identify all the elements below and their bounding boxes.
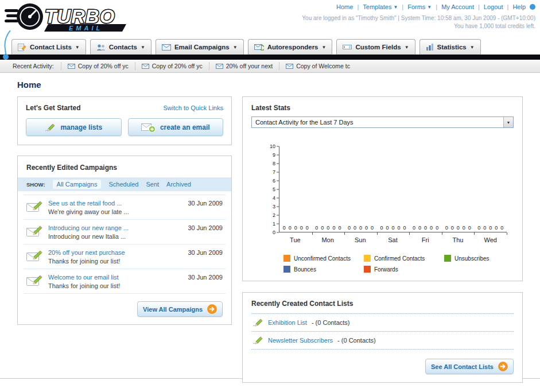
see-all-contact-lists-button[interactable]: See All Contact Lists xyxy=(425,359,514,374)
contact-list-link[interactable]: Newsletter Subscribers xyxy=(268,337,333,344)
campaign-subtitle: We're giving away our late ... xyxy=(48,208,129,215)
campaign-row[interactable]: Introducing our new range ... Introducin… xyxy=(24,220,226,244)
envelope-pencil-icon xyxy=(26,200,44,214)
nav-divider-bar xyxy=(0,55,540,60)
envelope-pencil-icon xyxy=(26,274,44,288)
tab-email-campaigns[interactable]: Email Campaigns ▼ xyxy=(156,39,244,55)
chevron-down-icon: ▼ xyxy=(322,45,327,50)
help-bubble-icon[interactable] xyxy=(530,4,535,10)
logo-drop-decoration xyxy=(2,30,13,60)
contact-list-count: - (0 Contacts) xyxy=(337,337,376,344)
login-info: You are logged in as "Timothy Smith" | S… xyxy=(302,15,535,21)
recent-activity-item[interactable]: Copy of 20% off yc xyxy=(135,62,209,70)
campaign-tab-sent[interactable]: Sent xyxy=(146,181,159,188)
envelope-icon xyxy=(286,64,293,69)
chevron-down-icon: ▼ xyxy=(141,45,145,50)
chart-x-label: Fri xyxy=(409,232,442,243)
recent-activity-item[interactable]: Copy of 20% off yc xyxy=(61,62,135,70)
tab-contact-lists[interactable]: Contact Lists ▼ xyxy=(11,39,86,55)
create-email-button[interactable]: create an email xyxy=(128,118,224,136)
contact-list-link[interactable]: Exhibition List xyxy=(268,319,307,326)
main-navigation: Contact Lists ▼ Contacts ▼ Email Campaig… xyxy=(0,38,540,55)
chart-bar-group: 00000 xyxy=(312,146,345,232)
campaign-subtitle: Thanks for joining our list! xyxy=(48,258,120,265)
turbo-email-logo: TURBO EMAIL xyxy=(5,2,154,33)
campaign-title-link[interactable]: Welcome to our email list xyxy=(48,274,183,281)
tab-custom-fields[interactable]: Custom Fields ▼ xyxy=(336,39,415,55)
campaign-subtitle: Thanks for joining our list! xyxy=(48,282,120,289)
campaign-title-link[interactable]: Introducing our new range ... xyxy=(48,224,183,231)
chart-bar-group: 00000 xyxy=(442,146,475,232)
campaign-tab-all[interactable]: All Campaigns xyxy=(53,180,102,189)
chart-y-tick: 10 xyxy=(270,144,279,149)
recent-campaigns-panel: Recently Edited Campaigns SHOW: All Camp… xyxy=(17,156,232,325)
contact-list-count: - (0 Contacts) xyxy=(312,319,350,326)
get-started-title: Let's Get Started xyxy=(26,104,81,112)
campaign-row[interactable]: See us at the retail food ... We're givi… xyxy=(24,195,226,220)
header-link-help[interactable]: Help xyxy=(512,3,526,10)
chart-y-axis: 109876543210 xyxy=(266,146,279,232)
campaign-title-link[interactable]: 20% off your next purchase xyxy=(48,249,183,256)
separator: | xyxy=(402,3,403,10)
chart-x-label: Thu xyxy=(442,232,475,243)
campaign-tab-scheduled[interactable]: Scheduled xyxy=(108,181,138,188)
chart-y-tick: 9 xyxy=(273,153,279,158)
contact-activity-chart: 109876543210 000000000000000000000000000… xyxy=(251,146,514,273)
header-link-forms[interactable]: Forms▼ xyxy=(407,3,432,10)
campaign-filter-tabs: SHOW: All Campaigns Scheduled Sent Archi… xyxy=(18,177,231,191)
page-title: Home xyxy=(17,80,523,90)
campaign-date: 30 Jun 2009 xyxy=(188,224,223,240)
stats-filter-dropdown[interactable]: Contact Activity for the Last 7 Days ▼ xyxy=(251,117,514,128)
envelope-pencil-icon xyxy=(26,225,44,238)
tab-autoresponders[interactable]: Autoresponders ▼ xyxy=(248,39,333,55)
main-content: Home Let's Get Started Switch to Quick L… xyxy=(0,73,540,379)
manage-lists-button[interactable]: manage lists xyxy=(26,118,122,136)
contact-list-row[interactable]: Newsletter Subscribers - (0 Contacts) xyxy=(251,331,514,350)
chart-y-tick: 7 xyxy=(273,170,279,175)
tab-statistics[interactable]: Statistics ▼ xyxy=(419,39,481,55)
pencil-icon xyxy=(252,336,263,345)
chart-plot: 00000000000000000000000000000000000 xyxy=(279,146,507,232)
chevron-down-icon: ▼ xyxy=(470,45,475,50)
legend-item: Bounces xyxy=(283,266,364,273)
campaigns-title: Recently Edited Campaigns xyxy=(18,156,231,177)
pencil-icon xyxy=(252,318,263,327)
header-link-my-account[interactable]: My Account xyxy=(441,3,474,10)
contacts-icon xyxy=(96,44,106,51)
campaign-date: 30 Jun 2009 xyxy=(188,249,223,265)
chevron-down-icon: ▼ xyxy=(233,45,238,50)
campaign-tab-archived[interactable]: Archived xyxy=(166,181,191,188)
stats-title: Latest Stats xyxy=(251,104,514,112)
contact-lists-title: Recently Created Contact Lists xyxy=(251,300,514,308)
recent-activity-item[interactable]: Copy of Welcome tc xyxy=(279,62,356,70)
envelope-icon xyxy=(142,64,149,69)
campaign-title-link[interactable]: See us at the retail food ... xyxy=(48,200,183,207)
right-column: Latest Stats Contact Activity for the La… xyxy=(242,96,523,383)
show-label: SHOW: xyxy=(26,181,45,188)
chart-x-label: Wed xyxy=(474,232,507,243)
statistics-icon xyxy=(426,44,434,51)
chart-y-tick: 6 xyxy=(273,178,279,184)
left-column: Let's Get Started Switch to Quick Links … xyxy=(17,96,232,325)
campaign-row[interactable]: Welcome to our email list Thanks for joi… xyxy=(24,269,226,294)
chart-y-tick: 2 xyxy=(273,213,279,218)
legend-item: Unsubscribes xyxy=(444,255,525,262)
view-all-campaigns-button[interactable]: View All Campaigns xyxy=(137,301,223,317)
chart-y-tick: 3 xyxy=(273,204,279,209)
legend-item: Confirmed Contacts xyxy=(364,255,444,262)
recent-activity-item[interactable]: 20% off your next xyxy=(209,62,279,70)
email-campaigns-icon xyxy=(162,44,171,51)
logo-title-text: TURBO xyxy=(45,6,115,27)
credits-info: You have 1,000 total credits left. xyxy=(302,23,535,29)
header-link-templates[interactable]: Templates▼ xyxy=(363,3,398,10)
campaign-date: 30 Jun 2009 xyxy=(188,274,223,289)
switch-quick-links-link[interactable]: Switch to Quick Links xyxy=(163,104,223,111)
campaign-row[interactable]: 20% off your next purchase Thanks for jo… xyxy=(24,244,226,269)
header-link-logout[interactable]: Logout xyxy=(484,3,503,10)
arrow-right-icon xyxy=(207,304,217,314)
tab-contacts[interactable]: Contacts ▼ xyxy=(90,39,151,55)
header-link-home[interactable]: Home xyxy=(336,3,353,10)
contact-list-row[interactable]: Exhibition List - (0 Contacts) xyxy=(251,313,514,331)
legend-item: Unconfirmed Contacts xyxy=(283,255,364,262)
contact-lists-icon xyxy=(18,44,26,51)
